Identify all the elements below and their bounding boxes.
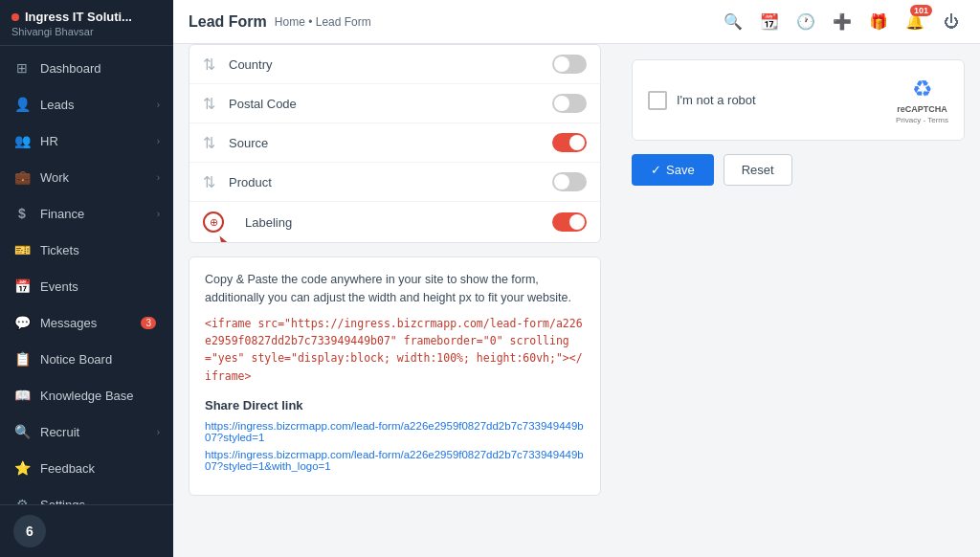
chevron-icon: › [157, 172, 160, 183]
leads-icon: 👤 [13, 96, 31, 113]
toggle-postalcode[interactable] [552, 94, 587, 113]
breadcrumb: Home • Lead Form [275, 15, 371, 29]
sidebar-item-hr[interactable]: 👥 HR › [0, 123, 173, 159]
table-row: ⇅ Product [189, 163, 600, 202]
product-toggle[interactable] [552, 172, 587, 191]
sidebar-item-finance[interactable]: $ Finance › [0, 195, 173, 232]
sidebar-item-label: Settings [40, 498, 160, 505]
breadcrumb-current: Lead Form [316, 15, 371, 29]
share-title: Share Direct link [205, 398, 585, 412]
sidebar-item-label: Feedback [40, 461, 160, 476]
drag-handle-icon[interactable]: ⇅ [203, 56, 215, 74]
gift-icon[interactable]: 🎁 [865, 9, 892, 35]
settings-icon: ⚙ [13, 496, 31, 504]
save-label: Save [666, 163, 695, 177]
dashboard-icon: ⊞ [13, 59, 31, 77]
status-dot [11, 13, 19, 21]
sidebar-item-tickets[interactable]: 🎫 Tickets [0, 232, 173, 268]
drag-handle-icon[interactable]: ⇅ [203, 134, 215, 152]
sidebar-item-label: Knowledge Base [40, 389, 160, 403]
sidebar: Ingress IT Soluti... Shivangi Bhavsar ⊞ … [0, 0, 173, 557]
sidebar-item-label: Recruit [40, 425, 157, 439]
sidebar-item-settings[interactable]: ⚙ Settings [0, 486, 173, 504]
recaptcha-icon: ♻ [912, 76, 933, 102]
chevron-icon: › [157, 427, 160, 437]
sidebar-user: Shivangi Bhavsar [11, 26, 162, 37]
source-toggle[interactable] [552, 133, 587, 152]
sidebar-item-label: Leads [40, 98, 157, 112]
sidebar-item-recruit[interactable]: 🔍 Recruit › [0, 413, 173, 450]
sidebar-item-feedback[interactable]: ⭐ Feedback [0, 450, 173, 486]
recaptcha-logo: ♻ reCAPTCHA Privacy - Terms [896, 76, 948, 124]
work-icon: 💼 [13, 168, 31, 186]
sidebar-item-label: Notice Board [40, 352, 160, 367]
drag-handle-icon[interactable]: ⇅ [203, 173, 215, 191]
sidebar-item-dashboard[interactable]: ⊞ Dashboard [0, 50, 173, 86]
sidebar-item-knowledgebase[interactable]: 📖 Knowledge Base [0, 377, 173, 413]
sidebar-item-leads[interactable]: 👤 Leads › [0, 86, 173, 123]
calendar-icon[interactable]: 📆 [756, 9, 783, 35]
tickets-icon: 🎫 [13, 241, 31, 258]
share-link-2[interactable]: https://ingress.bizcrmapp.com/lead-form/… [205, 449, 585, 472]
sidebar-item-label: Work [40, 170, 157, 185]
add-icon[interactable]: ➕ [829, 9, 856, 35]
share-link-1[interactable]: https://ingress.bizcrmapp.com/lead-form/… [205, 420, 585, 443]
messages-badge: 3 [141, 317, 156, 329]
captcha-label: I'm not a robot [677, 93, 756, 107]
country-toggle[interactable] [552, 55, 587, 74]
code-desc-line2: additionally you can adjust the width an… [205, 291, 571, 304]
sidebar-footer: 6 [0, 504, 173, 557]
toggle-labeling[interactable] [552, 212, 587, 232]
embed-code[interactable]: <iframe src="https://ingress.bizcrmapp.c… [205, 315, 585, 386]
clock-icon[interactable]: 🕐 [792, 9, 819, 35]
form-fields-table: ⇅ Country ⇅ Postal Code ⇅ [189, 44, 601, 243]
code-desc-line1: Copy & Paste the code anywhere in your s… [205, 273, 539, 286]
table-row: ⇅ Source [189, 123, 600, 163]
sidebar-item-work[interactable]: 💼 Work › [0, 159, 173, 195]
table-row: ⊕ ➤ Labeling [189, 202, 600, 242]
sidebar-item-label: Events [40, 279, 160, 294]
feedback-icon: ⭐ [13, 459, 31, 477]
save-button[interactable]: ✓ Save [632, 154, 714, 186]
table-row: ⇅ Postal Code [189, 84, 600, 123]
action-buttons: ✓ Save Reset [632, 154, 965, 186]
field-label: Postal Code [229, 97, 543, 111]
toggle-product[interactable] [552, 172, 587, 191]
notification-badge: 101 [910, 5, 932, 16]
footer-number[interactable]: 6 [13, 515, 46, 547]
code-section: Copy & Paste the code anywhere in your s… [189, 256, 601, 496]
sidebar-item-noticeboard[interactable]: 📋 Notice Board [0, 341, 173, 377]
power-icon[interactable]: ⏻ [938, 9, 965, 35]
events-icon: 📅 [13, 278, 31, 295]
knowledgebase-icon: 📖 [13, 387, 31, 404]
sidebar-item-label: Messages [40, 316, 141, 330]
finance-icon: $ [13, 205, 31, 222]
breadcrumb-home[interactable]: Home [275, 15, 305, 29]
share-section: Share Direct link https://ingress.bizcrm… [205, 398, 585, 481]
postalcode-toggle[interactable] [552, 94, 587, 113]
sidebar-item-label: HR [40, 134, 157, 148]
messages-icon: 💬 [13, 314, 31, 331]
sidebar-item-label: Dashboard [40, 61, 160, 76]
drag-handle-icon[interactable]: ⇅ [203, 95, 215, 113]
sidebar-item-messages[interactable]: 💬 Messages 3 [0, 304, 173, 341]
search-icon[interactable]: 🔍 [720, 9, 746, 35]
labeling-toggle[interactable] [552, 212, 587, 232]
page-title: Lead Form [189, 13, 267, 31]
recaptcha-brand: reCAPTCHA [897, 104, 947, 114]
drag-handle-icon[interactable]: ⊕ [203, 212, 224, 233]
hr-icon: 👥 [13, 132, 31, 149]
field-label: Product [229, 175, 543, 189]
table-row: ⇅ Country [189, 45, 600, 84]
captcha-checkbox[interactable] [648, 91, 667, 110]
sidebar-item-events[interactable]: 📅 Events [0, 268, 173, 304]
reset-button[interactable]: Reset [724, 154, 792, 186]
drag-move-icon: ⊕ [203, 212, 224, 233]
toggle-country[interactable] [552, 55, 587, 74]
checkmark-icon: ✓ [651, 163, 661, 177]
breadcrumb-separator: • [308, 15, 312, 29]
noticeboard-icon: 📋 [13, 350, 31, 368]
toggle-source[interactable] [552, 133, 587, 152]
sidebar-nav: ⊞ Dashboard 👤 Leads › 👥 HR › 💼 Work › $ … [0, 46, 173, 504]
topbar-left: Lead Form Home • Lead Form [189, 13, 371, 31]
